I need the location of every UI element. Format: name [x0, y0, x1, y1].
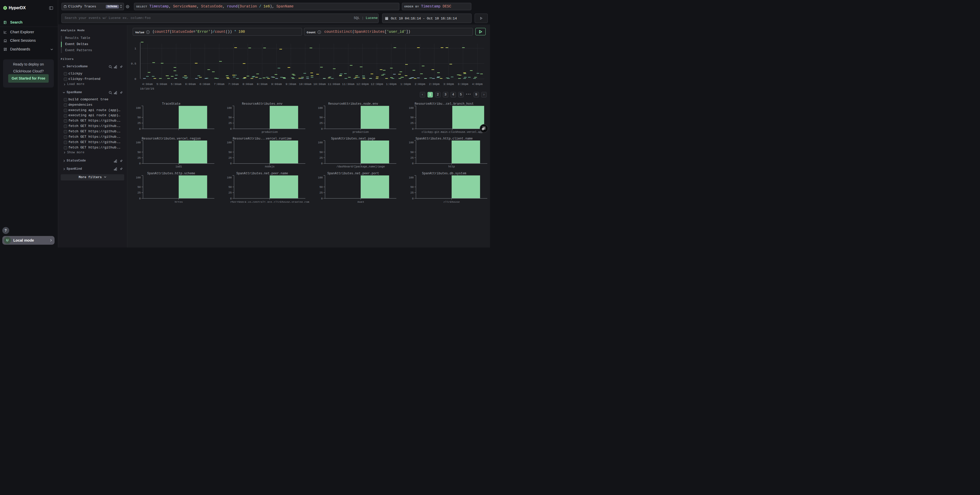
svg-text:0: 0 [412, 197, 414, 200]
svg-text:0: 0 [139, 127, 141, 130]
svg-text:0: 0 [139, 162, 141, 165]
svg-text:6:00am: 6:00am [185, 82, 196, 86]
svg-text:100: 100 [318, 106, 323, 109]
svg-text:25: 25 [410, 156, 414, 159]
svg-text:25: 25 [138, 191, 141, 194]
svg-text:50: 50 [410, 186, 414, 189]
svg-text:100: 100 [136, 106, 141, 109]
svg-text:4:30am: 4:30am [142, 82, 153, 86]
svg-text:50: 50 [229, 151, 232, 154]
svg-text:0: 0 [321, 162, 323, 165]
svg-text:25: 25 [320, 122, 323, 125]
svg-text:https: https [175, 201, 183, 203]
svg-text:ResourceAttributes.node.env: ResourceAttributes.node.env [328, 102, 378, 106]
svg-text:8:30am: 8:30am [257, 82, 268, 86]
svg-text:10:00am: 10:00am [299, 82, 311, 86]
svg-text:ResourceAttribu...vercel.runti: ResourceAttribu...vercel.runtime [232, 137, 291, 141]
svg-text:11:00am: 11:00am [328, 82, 340, 86]
svg-text:ResourceAttributes.env: ResourceAttributes.env [242, 102, 282, 106]
svg-text:0: 0 [139, 197, 141, 200]
svg-text:2:30pm: 2:30pm [429, 82, 440, 86]
svg-text:25: 25 [138, 122, 141, 125]
svg-text:50: 50 [138, 116, 141, 119]
svg-text:0: 0 [321, 127, 323, 130]
svg-text:100: 100 [409, 176, 414, 179]
svg-text:SpanAttributes.net.peer.port: SpanAttributes.net.peer.port [327, 172, 379, 175]
svg-text:production: production [261, 130, 278, 133]
svg-text:50: 50 [229, 116, 232, 119]
svg-text:production: production [353, 130, 369, 133]
svg-text:5:00am: 5:00am [156, 82, 167, 86]
svg-text:100: 100 [136, 141, 141, 144]
svg-text:50: 50 [320, 151, 323, 154]
svg-text:6:30am: 6:30am [199, 82, 210, 86]
svg-text:1: 1 [134, 47, 136, 50]
svg-text:50: 50 [138, 151, 141, 154]
svg-text:ResourceAttributes.vercel.regi: ResourceAttributes.vercel.region [142, 137, 200, 141]
svg-text:clickpy-git-main-clickhouse.ve: clickpy-git-main-clickhouse.vercel.app [422, 130, 483, 133]
svg-text:100: 100 [409, 141, 414, 144]
svg-text:1:30pm: 1:30pm [400, 82, 411, 86]
svg-text:nodejs: nodejs [265, 165, 275, 168]
svg-text:9:30am: 9:30am [286, 82, 296, 86]
svg-text:50: 50 [320, 186, 323, 189]
svg-text:5:30am: 5:30am [171, 82, 181, 86]
svg-text:50: 50 [138, 186, 141, 189]
svg-text:3:30pm: 3:30pm [458, 82, 468, 86]
svg-text:25: 25 [410, 191, 414, 194]
svg-text:SpanAttributes.http.scheme: SpanAttributes.http.scheme [147, 172, 195, 175]
svg-text:0: 0 [134, 77, 136, 81]
svg-text:25: 25 [410, 122, 414, 125]
svg-text:100: 100 [227, 141, 232, 144]
svg-text:25: 25 [229, 122, 232, 125]
svg-text:100: 100 [136, 176, 141, 179]
svg-text:9:00am: 9:00am [271, 82, 282, 86]
svg-text:0: 0 [230, 197, 232, 200]
svg-text:SpanAttributes.net.peer.name: SpanAttributes.net.peer.name [236, 172, 288, 175]
svg-text:100: 100 [318, 141, 323, 144]
svg-text:0: 0 [412, 162, 414, 165]
svg-text:ResourceAttribu..cel.branch_ho: ResourceAttribu..cel.branch_host [415, 102, 474, 106]
svg-text:50: 50 [229, 186, 232, 189]
svg-text:0: 0 [230, 162, 232, 165]
svg-text:2:00pm: 2:00pm [415, 82, 425, 86]
svg-text:25: 25 [229, 156, 232, 159]
svg-text:0: 0 [230, 127, 232, 130]
svg-text:http: http [449, 165, 455, 168]
svg-text:50: 50 [410, 151, 414, 154]
svg-text:7:30am: 7:30am [228, 82, 239, 86]
svg-text:4:00pm: 4:00pm [472, 82, 483, 86]
svg-text:12:00pm: 12:00pm [356, 82, 369, 86]
svg-text:25: 25 [138, 156, 141, 159]
svg-text:3:00pm: 3:00pm [443, 82, 454, 86]
svg-text:10:30am: 10:30am [313, 82, 326, 86]
svg-text:/dashboard/[package_name]/page: /dashboard/[package_name]/page [337, 165, 385, 168]
svg-text:100: 100 [227, 106, 232, 109]
svg-text:25: 25 [229, 191, 232, 194]
svg-text:SpanAttributes.db.system: SpanAttributes.db.system [422, 172, 466, 175]
svg-text:50: 50 [320, 116, 323, 119]
svg-text:z5prz9ggc4.us-central1.gcp.cli: z5prz9ggc4.us-central1.gcp.clickhouse-st… [230, 201, 309, 203]
svg-text:50: 50 [410, 116, 414, 119]
svg-text:8:00am: 8:00am [243, 82, 253, 86]
svg-text:TraceState: TraceState [162, 102, 180, 106]
svg-text:7:00am: 7:00am [214, 82, 224, 86]
svg-text:25: 25 [320, 156, 323, 159]
svg-text:100: 100 [227, 176, 232, 179]
svg-text:100: 100 [409, 106, 414, 109]
svg-text:iad1: iad1 [175, 165, 182, 168]
svg-text:0.5: 0.5 [131, 62, 136, 65]
svg-text:11:30am: 11:30am [342, 82, 354, 86]
svg-text:clickhouse: clickhouse [444, 201, 460, 203]
svg-text:SpanAttributes.http.client.nam: SpanAttributes.http.client.name [415, 137, 473, 141]
svg-text:0: 0 [321, 197, 323, 200]
svg-text:1:00pm: 1:00pm [386, 82, 397, 86]
svg-text:SpanAttributes.next.page: SpanAttributes.next.page [331, 137, 375, 141]
svg-text:100: 100 [318, 176, 323, 179]
svg-text:10/10/25: 10/10/25 [140, 87, 154, 90]
svg-text:12:30pm: 12:30pm [371, 82, 383, 86]
svg-text:8443: 8443 [357, 201, 364, 203]
svg-text:0: 0 [412, 127, 414, 130]
svg-text:25: 25 [320, 191, 323, 194]
